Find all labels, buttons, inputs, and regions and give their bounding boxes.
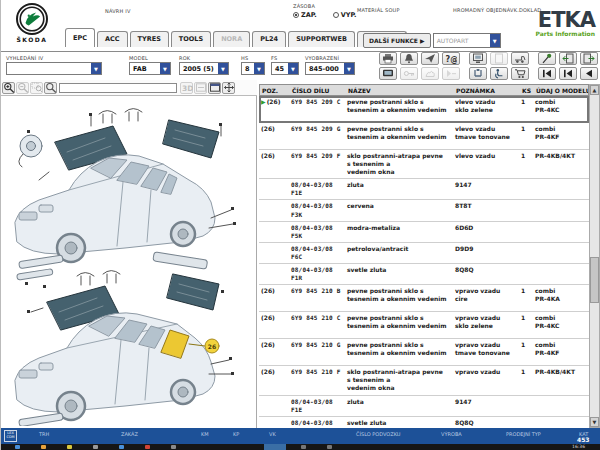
radio-zap-icon[interactable] bbox=[293, 12, 299, 18]
dalsi-funkce-button[interactable]: DALŠÍ FUNKCE ▶ bbox=[363, 33, 431, 48]
rok-input[interactable]: 2005 (5)▼ bbox=[179, 62, 229, 75]
table-row[interactable]: 08/04-03/08 F1Ezluta9147 bbox=[259, 396, 589, 417]
tab-epc[interactable]: EPC bbox=[65, 28, 95, 47]
radio-vyp-label: VYP. bbox=[341, 11, 357, 19]
table-row[interactable]: (26)6Y9 845 209 Fsklo postranni-atrapa p… bbox=[259, 150, 589, 179]
skoda-logo: ŠKODA bbox=[9, 3, 55, 43]
table-row[interactable]: (26)6Y9 845 209 Gpevne postranni sklo s … bbox=[259, 123, 589, 150]
chevron-down-icon[interactable]: ▼ bbox=[91, 63, 101, 74]
scrollbar-thumb[interactable] bbox=[590, 257, 599, 303]
taskbar-app-icon[interactable] bbox=[93, 445, 98, 449]
chevron-down-icon[interactable]: ▼ bbox=[218, 63, 228, 74]
pin-button[interactable] bbox=[538, 52, 556, 65]
nav-back-button[interactable] bbox=[580, 67, 598, 80]
taskbar-app-icon[interactable] bbox=[119, 445, 124, 449]
taskbar-app-icon[interactable] bbox=[327, 445, 332, 449]
vyhledani-value bbox=[7, 63, 91, 74]
move-button[interactable] bbox=[222, 82, 235, 94]
send-button[interactable] bbox=[421, 52, 439, 65]
service-button[interactable] bbox=[490, 67, 508, 80]
autopart-dropdown[interactable]: AUTOPART ▼ bbox=[433, 33, 501, 48]
chevron-down-icon[interactable]: ▼ bbox=[254, 63, 264, 74]
vyobrazeni-input[interactable]: 845-000▼ bbox=[305, 62, 355, 75]
taskbar-app-icon[interactable] bbox=[171, 445, 176, 449]
table-row[interactable]: 08/04-03/08 F1Rsvetle zluta8Q8Q bbox=[259, 264, 589, 285]
chevron-down-icon[interactable]: ▼ bbox=[160, 63, 170, 74]
table-row[interactable]: 08/04-03/08 F3Kcervena8T8T bbox=[259, 200, 589, 221]
radio-vyp-icon[interactable] bbox=[333, 12, 339, 18]
table-row[interactable]: (26)6Y9 845 210 Cpevne postranni sklo s … bbox=[259, 312, 589, 339]
scroll-down-icon[interactable]: ▼ bbox=[590, 417, 599, 427]
windows-taskbar[interactable]: 16:36 bbox=[1, 444, 600, 450]
nav-first-button[interactable] bbox=[538, 67, 556, 80]
table-row[interactable]: 08/04-03/08 F1Rsvetle zluta8Q8Q bbox=[259, 417, 589, 428]
col-ks: KS bbox=[520, 87, 534, 94]
table-row[interactable]: ▶(26)6Y9 845 209 Cpevne postranni sklo s… bbox=[259, 96, 589, 123]
cart-button[interactable] bbox=[511, 67, 529, 80]
chevron-down-icon[interactable]: ▼ bbox=[344, 63, 354, 74]
chevron-down-icon[interactable]: ▼ bbox=[288, 63, 298, 74]
print-button[interactable] bbox=[379, 52, 397, 65]
cell-udaj: combi PR-4KF bbox=[533, 339, 587, 365]
zoom-sel-icon bbox=[31, 82, 43, 93]
cell-poz bbox=[259, 264, 289, 284]
zoom-value-input[interactable] bbox=[59, 83, 177, 93]
cell-pozn: D9D9 bbox=[453, 243, 519, 263]
tab-pl24[interactable]: PL24 bbox=[252, 31, 286, 47]
cell-udaj bbox=[533, 396, 587, 416]
cell-cislo: 6Y9 845 210 F bbox=[289, 366, 345, 394]
nav-mid-button[interactable] bbox=[559, 67, 577, 80]
window-button[interactable] bbox=[208, 82, 221, 94]
cell-nazev: pevne postranni sklo s tesnenim a okenni… bbox=[345, 339, 453, 365]
taskbar-app-icon[interactable] bbox=[145, 445, 150, 449]
table-row[interactable]: 08/04-03/08 F5Kmodra-metaliza6D6D bbox=[259, 222, 589, 243]
table-row[interactable]: (26)6Y9 845 210 Fsklo postranni-atrapa p… bbox=[259, 366, 589, 395]
bell-button[interactable] bbox=[400, 52, 418, 65]
doc-next-button[interactable] bbox=[580, 52, 598, 65]
cell-poz bbox=[259, 222, 289, 242]
doc-prev-button[interactable] bbox=[559, 52, 577, 65]
scroll-up-icon[interactable]: ▲ bbox=[590, 85, 599, 95]
elsa-button[interactable] bbox=[469, 52, 487, 65]
cell-udaj: PR-4KB/4KT bbox=[533, 150, 587, 178]
help-button[interactable]: ?@ bbox=[442, 52, 460, 65]
cell-pozn: 8Q8Q bbox=[453, 264, 519, 284]
fs-input[interactable]: 45▼ bbox=[271, 62, 299, 75]
radio-vyp[interactable]: VYP. bbox=[333, 11, 357, 19]
vyhledani-input[interactable]: ▼ bbox=[6, 62, 102, 75]
monitor-button[interactable] bbox=[379, 67, 397, 80]
taskbar-active-app[interactable] bbox=[264, 444, 286, 450]
table-row[interactable]: 08/04-03/08 F1Ezluta9147 bbox=[259, 179, 589, 200]
table-row[interactable]: 08/04-03/08 F6Cpetrolova/antracitD9D9 bbox=[259, 243, 589, 264]
truck-button[interactable] bbox=[511, 52, 529, 65]
exploded-view-drawing[interactable]: 26 bbox=[1, 96, 255, 426]
table-row[interactable]: (26)6Y9 845 210 Gpevne postranni sklo s … bbox=[259, 339, 589, 366]
cell-poz bbox=[259, 179, 289, 199]
taskbar-app-icon[interactable] bbox=[301, 445, 306, 449]
table-row[interactable]: (26)6Y9 845 210 Bpevne postranni sklo s … bbox=[259, 285, 589, 312]
taskbar-app-icon[interactable] bbox=[67, 445, 72, 449]
tab-acc[interactable]: ACC bbox=[97, 31, 128, 47]
cell-nazev: sklo postranni-atrapa pevne s tesnenim a… bbox=[345, 150, 453, 178]
table-scrollbar[interactable]: ▲ ▼ bbox=[589, 84, 600, 428]
zoom-in-button[interactable] bbox=[2, 82, 15, 94]
cell-cislo: 6Y9 845 210 B bbox=[289, 285, 345, 311]
tab-tools[interactable]: TOOLS bbox=[171, 31, 211, 47]
chevron-down-icon[interactable]: ▼ bbox=[490, 34, 500, 47]
radio-zap[interactable]: ZAP. bbox=[293, 11, 317, 19]
print-icon bbox=[382, 53, 394, 64]
tab-supportweb[interactable]: SUPPORTWEB bbox=[288, 31, 355, 47]
zoom-plain-button[interactable] bbox=[44, 82, 57, 94]
col-poz: POZ. bbox=[260, 87, 290, 94]
clamp-button[interactable] bbox=[469, 67, 487, 80]
etka-subtitle: Parts Information bbox=[535, 30, 595, 37]
hromadny-label: HROMADNÝ OBJEDNÁVK.DOKLAD bbox=[453, 7, 541, 13]
cell-cislo: 6Y9 845 210 C bbox=[289, 312, 345, 338]
tab-tyres[interactable]: TYRES bbox=[130, 31, 169, 47]
cell-poz: (26) bbox=[259, 312, 289, 338]
taskbar-app-icon[interactable] bbox=[41, 445, 46, 449]
model-input[interactable]: FAB▼ bbox=[129, 62, 171, 75]
hs-input[interactable]: 8▼ bbox=[241, 62, 265, 75]
taskbar-app-icon[interactable] bbox=[15, 445, 20, 449]
cell-udaj: combi PR-4KC bbox=[533, 96, 587, 122]
